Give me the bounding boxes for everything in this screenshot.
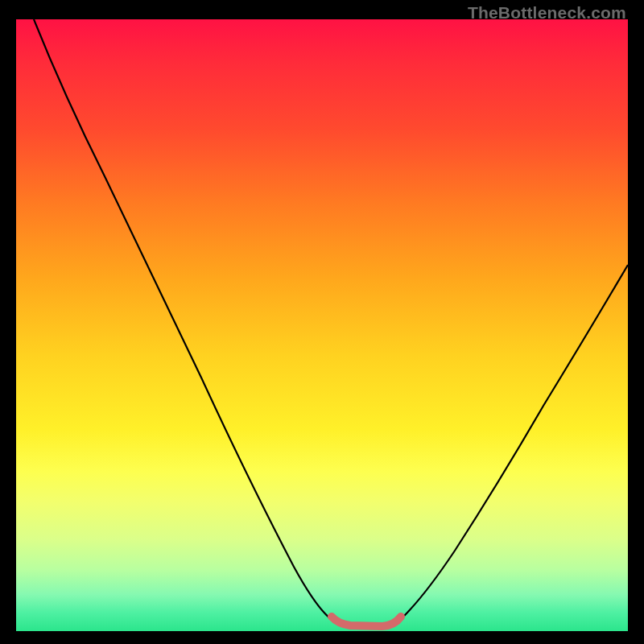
optimal-flat-segment: [332, 617, 401, 626]
chart-frame: TheBottleneck.com: [0, 0, 644, 644]
bottleneck-curve-right: [398, 265, 628, 621]
chart-svg: [16, 19, 628, 631]
plot-area: [16, 19, 628, 631]
bottleneck-curve-left: [34, 19, 334, 621]
